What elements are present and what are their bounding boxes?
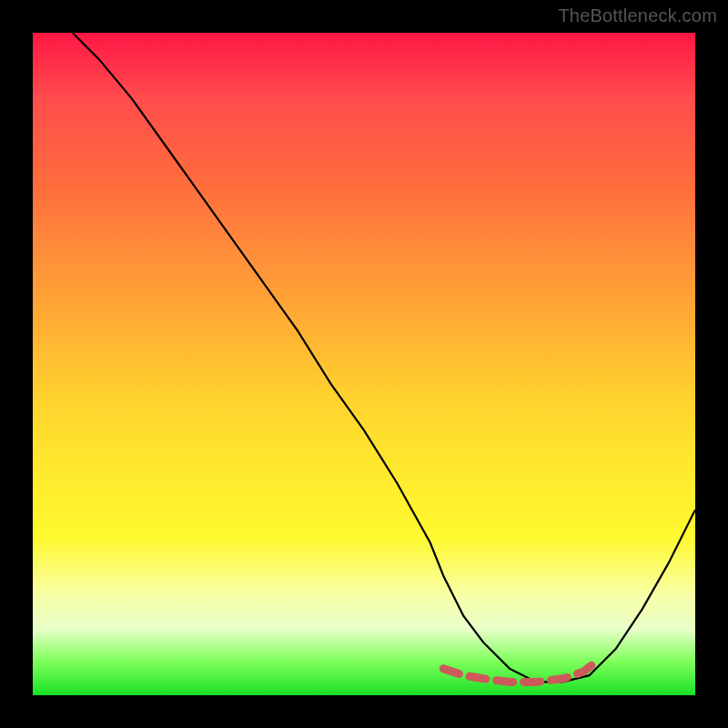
- curve-layer: [33, 33, 695, 695]
- watermark-text: TheBottleneck.com: [558, 5, 717, 26]
- main-curve: [73, 33, 695, 682]
- plot-area: [33, 33, 695, 695]
- chart-container: TheBottleneck.com: [0, 0, 728, 728]
